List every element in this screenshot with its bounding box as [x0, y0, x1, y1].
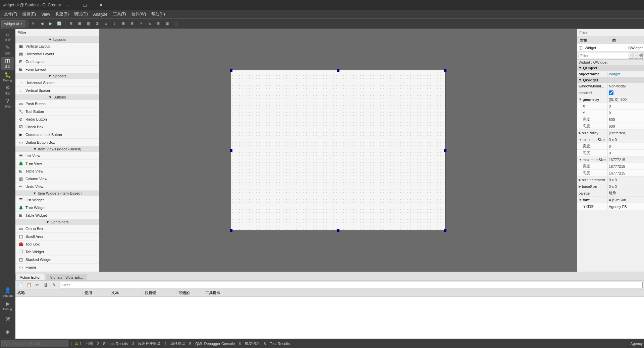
sidebar-help[interactable]: ? 帮助: [1, 97, 14, 110]
prop-group-qobject[interactable]: ▼ QObject: [577, 65, 644, 71]
handle-ml[interactable]: [230, 149, 232, 152]
font-expand[interactable]: ▼: [579, 198, 582, 202]
file-tab-close[interactable]: ×: [20, 22, 22, 26]
sidebar-extra2[interactable]: ✱: [1, 326, 14, 339]
widget-item-table-widget[interactable]: ⊞ Table Widget: [15, 212, 99, 219]
widget-list[interactable]: ▼ Layouts ▦ Vertical Layout ▤ Horizontal…: [15, 37, 99, 272]
tb-adjust[interactable]: ⬛: [172, 20, 180, 27]
tb-close-btn[interactable]: ✕: [29, 20, 37, 27]
prop-group-qwidget[interactable]: ▼ QWidget: [577, 77, 644, 83]
handle-tr[interactable]: [444, 69, 446, 72]
tb-layout7[interactable]: ⊞: [119, 20, 127, 27]
menu-analyze[interactable]: Analyze: [91, 11, 110, 17]
status-tab-compile[interactable]: 编译输出: [168, 340, 188, 347]
widget-item-tool-button[interactable]: 🔧 Tool Button: [15, 108, 99, 116]
sidebar-design[interactable]: ◫ 设计: [1, 57, 14, 70]
tb-layout10[interactable]: ↘: [146, 20, 154, 27]
action-edit-btn[interactable]: ✎: [50, 282, 58, 288]
menu-help[interactable]: 帮助(H): [149, 11, 168, 18]
widget-item-dialog-button[interactable]: ▭ Dialog Button Box: [15, 139, 99, 146]
maxsize-expand[interactable]: ▼: [579, 158, 582, 161]
tb-layout11[interactable]: ⊞: [154, 20, 162, 27]
handle-br[interactable]: [444, 229, 446, 232]
sidebar-welcome[interactable]: ⌂ 欢迎: [1, 30, 14, 43]
widget-item-horizontal-layout[interactable]: ▤ Horizontal Layout: [15, 50, 99, 58]
tab-signals-slots[interactable]: Signals _Slots Edi...: [46, 274, 87, 280]
tb-layout4[interactable]: ⊠: [93, 20, 101, 27]
handle-tc[interactable]: [337, 69, 339, 72]
widget-item-list-widget[interactable]: ☰ List Widget: [15, 196, 99, 204]
widget-item-vertical-layout[interactable]: ▦ Vertical Layout: [15, 43, 99, 50]
status-tab-summary[interactable]: 概要信息: [242, 340, 262, 347]
widget-item-list-view[interactable]: ☰ List View: [15, 152, 99, 160]
tb-btn1[interactable]: ◀: [38, 20, 46, 27]
sidebar-debug2[interactable]: ▶ Debug: [1, 299, 14, 312]
sidebar-project[interactable]: ⚙ 项目: [1, 84, 14, 96]
tab-action-editor[interactable]: Action Editor: [15, 274, 45, 280]
status-tab-search[interactable]: Search Results: [100, 341, 131, 346]
widget-item-frame[interactable]: ▭ Frame: [15, 264, 99, 271]
widget-item-scroll-area[interactable]: ◫ Scroll Area: [15, 233, 99, 240]
enabled-checkbox[interactable]: [609, 90, 613, 95]
props-minus-btn[interactable]: −: [634, 53, 638, 59]
tb-layout5[interactable]: ≡: [102, 20, 110, 27]
action-open-btn[interactable]: 📋: [25, 282, 33, 288]
widget-item-vertical-spacer[interactable]: ↕ Vertical Spacer: [15, 87, 99, 94]
menu-build[interactable]: 构建(B): [53, 11, 71, 18]
widget-item-check-box[interactable]: ☑ Check Box: [15, 123, 99, 131]
locate-input[interactable]: [1, 340, 68, 347]
widget-item-radio-button[interactable]: ⊙ Radio Button: [15, 116, 99, 123]
status-tab-qml[interactable]: QML Debugger Console: [193, 341, 237, 346]
menu-tools[interactable]: 工具(T): [110, 11, 129, 18]
action-save-btn[interactable]: ✂: [34, 282, 41, 288]
sizepolicy-expand[interactable]: ▶: [579, 131, 581, 135]
category-item-views[interactable]: ▼ Item Views (Model-Based): [15, 146, 99, 152]
widget-item-tool-box[interactable]: 🧰 Tool Box: [15, 240, 99, 248]
tb-layout3[interactable]: ▥: [85, 20, 93, 27]
tb-layout2[interactable]: ⊞: [76, 20, 84, 27]
basesize-expand[interactable]: ▶: [579, 185, 581, 188]
tb-layout12[interactable]: ▦: [163, 20, 171, 27]
tb-layout9[interactable]: ↗: [137, 20, 145, 27]
status-tab-tests[interactable]: Test Results: [267, 341, 293, 346]
props-add-btn[interactable]: +: [629, 53, 633, 59]
menu-debug[interactable]: 调试(D): [71, 11, 91, 18]
menu-edit[interactable]: 编辑(E): [20, 11, 39, 18]
action-filter-input[interactable]: [60, 282, 643, 288]
geometry-expand[interactable]: ▼: [579, 97, 582, 101]
sidebar-student[interactable]: 👤 Student: [1, 286, 14, 298]
widget-item-grid-layout[interactable]: ⊞ Grid Layout: [15, 58, 99, 66]
widget-item-column-view[interactable]: ▥ Column View: [15, 175, 99, 183]
widget-item-command-link[interactable]: ▶ Command Link Button: [15, 131, 99, 139]
category-layouts[interactable]: ▼ Layouts: [15, 37, 99, 43]
widget-item-stacked-widget[interactable]: ◫ Stacked Widget: [15, 256, 99, 264]
category-spacers[interactable]: ▼ Spacers: [15, 73, 99, 79]
sidebar-edit[interactable]: ✎ 编辑: [1, 44, 14, 56]
widget-item-undo-view[interactable]: ↩ Undo View: [15, 183, 99, 191]
tb-btn2[interactable]: ▶: [47, 20, 55, 27]
props-filter-input[interactable]: [579, 53, 628, 58]
menu-widgets[interactable]: 控件(W): [129, 11, 149, 18]
widget-item-form-layout[interactable]: ⊟ Form Layout: [15, 66, 99, 73]
right-filter-input[interactable]: [579, 31, 642, 35]
handle-mr[interactable]: [444, 149, 446, 152]
minsize-expand[interactable]: ▼: [579, 138, 582, 141]
tb-layout1[interactable]: ⊟: [67, 20, 75, 27]
category-containers[interactable]: ▼ Containers: [15, 219, 99, 225]
widget-item-table-view[interactable]: ⊞ Table View: [15, 167, 99, 175]
action-delete-btn[interactable]: 🗑: [42, 282, 49, 288]
design-canvas[interactable]: [231, 70, 445, 231]
widget-item-tree-widget[interactable]: 🌲 Tree Widget: [15, 204, 99, 212]
handle-bl[interactable]: [230, 229, 232, 232]
widget-item-group-box[interactable]: ▭ Group Box: [15, 225, 99, 233]
file-tab[interactable]: widget.ui ×: [1, 20, 25, 27]
action-new-btn[interactable]: 📄: [17, 282, 24, 288]
close-button[interactable]: ✕: [93, 0, 109, 10]
widget-item-horizontal-spacer[interactable]: ↔ Horizontal Spacer: [15, 79, 99, 87]
status-tab-issues[interactable]: 问题: [83, 340, 96, 347]
props-settings-btn[interactable]: ⚙: [639, 53, 643, 59]
menu-file[interactable]: 文件(F): [1, 11, 20, 18]
sidebar-extra[interactable]: ⚒: [1, 312, 14, 325]
category-item-widgets[interactable]: ▼ Item Widgets (Item-Based): [15, 191, 99, 196]
object-class-row[interactable]: ◫ Widget QWidget: [577, 44, 644, 52]
